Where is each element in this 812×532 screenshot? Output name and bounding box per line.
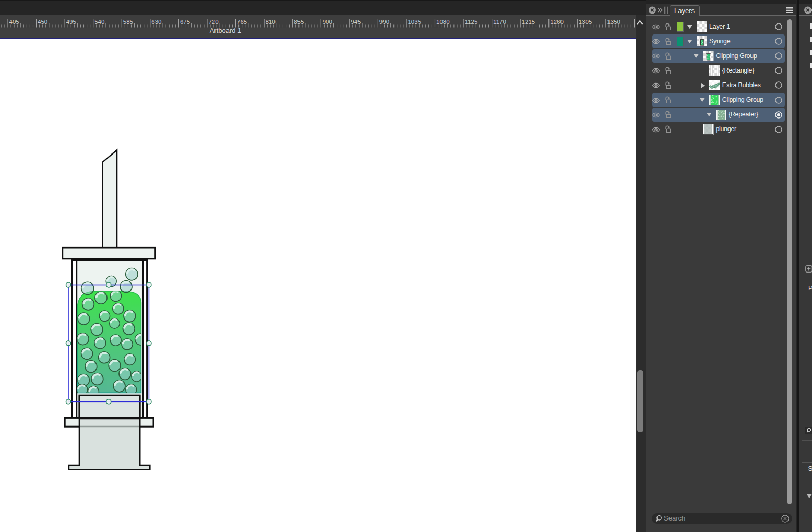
svg-text:585: 585 — [123, 19, 133, 25]
svg-text:810: 810 — [266, 19, 276, 25]
svg-text:765: 765 — [237, 19, 247, 25]
svg-text:405: 405 — [9, 19, 19, 25]
svg-text:630: 630 — [151, 19, 161, 25]
svg-text:540: 540 — [94, 19, 104, 25]
svg-text:450: 450 — [38, 19, 47, 25]
svg-text:720: 720 — [208, 19, 218, 25]
svg-text:Artboard 1: Artboard 1 — [210, 27, 242, 34]
svg-text:855: 855 — [294, 19, 304, 25]
svg-text:1125: 1125 — [465, 19, 478, 25]
svg-text:990: 990 — [379, 19, 389, 25]
svg-text:900: 900 — [323, 19, 332, 25]
svg-text:1170: 1170 — [493, 19, 506, 25]
svg-text:945: 945 — [351, 19, 361, 25]
svg-text:495: 495 — [66, 19, 76, 25]
svg-text:675: 675 — [180, 19, 190, 25]
